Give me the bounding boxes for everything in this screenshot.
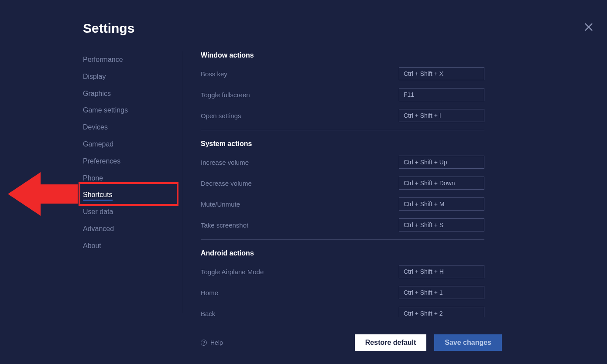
shortcut-label-toggle-fullscreen: Toggle fullscreen [201,91,250,99]
sidebar-item-label: Advanced [83,225,114,232]
shortcut-row: Toggle fullscreen [201,88,484,101]
section-title-system-actions: System actions [201,140,484,148]
shortcut-input-open-settings[interactable] [399,109,484,122]
svg-marker-2 [8,172,78,216]
sidebar-item-label: About [83,242,101,249]
sidebar-item-performance[interactable]: Performance [83,51,183,68]
shortcut-input-take-screenshot[interactable] [399,218,484,231]
sidebar-item-label: Devices [83,123,108,131]
shortcut-label-take-screenshot: Take screenshot [201,221,248,229]
sidebar-item-label: Gamepad [83,140,113,148]
shortcut-label-increase-volume: Increase volume [201,159,249,166]
shortcut-label-back: Back [201,310,215,317]
shortcut-label-home: Home [201,289,218,296]
shortcut-row: Open settings [201,109,484,122]
section-title-window-actions: Window actions [201,51,484,59]
sidebar-item-preferences[interactable]: Preferences [83,153,183,170]
help-icon: ? [201,340,207,346]
section-title-android-actions: Android actions [201,249,484,257]
shortcut-row: Boss key [201,67,484,80]
shortcut-input-airplane-mode[interactable] [399,265,484,278]
close-icon [583,21,595,33]
shortcut-label-decrease-volume: Decrease volume [201,180,252,187]
shortcut-row: Toggle Airplane Mode [201,265,484,278]
sidebar-item-devices[interactable]: Devices [83,119,183,136]
sidebar-item-graphics[interactable]: Graphics [83,85,183,102]
shortcut-input-home[interactable] [399,286,484,299]
sidebar-item-label: Phone [83,174,103,182]
sidebar-item-user-data[interactable]: User data [83,204,183,221]
shortcut-label-mute-unmute: Mute/Unmute [201,201,240,208]
shortcut-input-back[interactable] [399,307,484,317]
sidebar-item-phone[interactable]: Phone [83,170,183,187]
sidebar-item-label: Display [83,73,106,80]
section-divider [201,130,484,130]
sidebar-item-about[interactable]: About [83,238,183,255]
shortcut-row: Increase volume [201,156,484,169]
page-title: Settings [83,21,134,36]
sidebar-item-label: Game settings [83,106,128,114]
shortcut-row: Back [201,307,484,317]
shortcut-input-mute-unmute[interactable] [399,197,484,211]
shortcut-input-decrease-volume[interactable] [399,177,484,190]
shortcut-row: Decrease volume [201,177,484,190]
sidebar-item-label: Preferences [83,157,120,165]
restore-default-button[interactable]: Restore default [355,334,426,351]
sidebar-item-label: User data [83,208,113,215]
footer: ? Help Restore default Save changes [201,334,502,351]
close-button[interactable] [583,21,595,33]
shortcut-input-toggle-fullscreen[interactable] [399,88,484,101]
shortcut-label-open-settings: Open settings [201,112,241,119]
sidebar-item-shortcuts[interactable]: Shortcuts [83,187,183,204]
sidebar-item-game-settings[interactable]: Game settings [83,102,183,119]
sidebar-item-advanced[interactable]: Advanced [83,221,183,238]
help-link[interactable]: ? Help [201,339,223,346]
shortcut-label-airplane-mode: Toggle Airplane Mode [201,268,264,276]
sidebar-item-display[interactable]: Display [83,68,183,85]
footer-buttons: Restore default Save changes [355,334,502,351]
shortcut-input-boss-key[interactable] [399,67,484,80]
content-panel: Window actions Boss key Toggle fullscree… [201,51,484,317]
help-label: Help [210,339,223,346]
shortcut-row: Home [201,286,484,299]
sidebar: Performance Display Graphics Game settin… [83,51,183,313]
save-changes-button[interactable]: Save changes [434,334,502,351]
annotation-arrow-icon [8,172,78,216]
shortcut-label-boss-key: Boss key [201,70,227,78]
sidebar-item-label: Graphics [83,90,111,97]
sidebar-item-label: Shortcuts [83,191,113,201]
section-divider [201,239,484,240]
shortcut-input-increase-volume[interactable] [399,156,484,169]
sidebar-item-gamepad[interactable]: Gamepad [83,136,183,153]
sidebar-item-label: Performance [83,56,123,63]
shortcut-row: Take screenshot [201,218,484,231]
shortcut-row: Mute/Unmute [201,197,484,211]
